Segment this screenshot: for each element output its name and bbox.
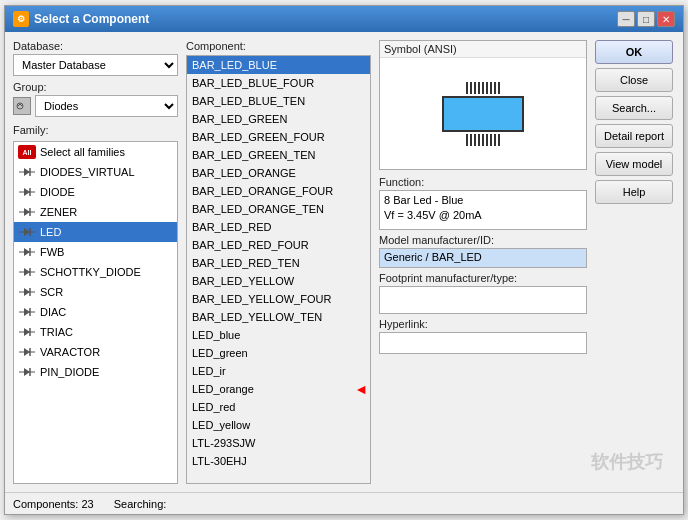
maximize-button[interactable]: □ xyxy=(637,11,655,27)
svg-marker-34 xyxy=(24,368,30,376)
function-line2: Vf = 3.45V @ 20mA xyxy=(384,208,582,223)
pin xyxy=(498,82,500,94)
title-bar: ⚙ Select a Component ─ □ ✕ xyxy=(5,6,683,32)
svg-marker-16 xyxy=(24,248,30,256)
family-item-label: PIN_DIODE xyxy=(40,366,99,378)
family-label: Family: xyxy=(13,124,178,136)
family-item-icon xyxy=(18,245,36,259)
family-list: AllSelect all families DIODES_VIRTUAL DI… xyxy=(13,141,178,484)
component-label: Component: xyxy=(186,40,371,52)
component-item[interactable]: BAR_LED_BLUE xyxy=(187,56,370,74)
hyperlink-label: Hyperlink: xyxy=(379,318,587,330)
minimize-button[interactable]: ─ xyxy=(617,11,635,27)
group-icon xyxy=(13,97,31,115)
component-item[interactable]: BAR_LED_BLUE_FOUR xyxy=(187,74,370,92)
pin xyxy=(470,134,472,146)
component-item[interactable]: BAR_LED_GREEN_FOUR xyxy=(187,128,370,146)
detail-report-button[interactable]: Detail report xyxy=(595,124,673,148)
component-item[interactable]: BAR_LED_ORANGE_TEN xyxy=(187,200,370,218)
component-item[interactable]: LED_orange◄ xyxy=(187,380,370,398)
symbol-display xyxy=(380,58,586,169)
led-pins-top xyxy=(466,82,500,94)
close-window-button[interactable]: ✕ xyxy=(657,11,675,27)
info-section: Function: 8 Bar Led - Blue Vf = 3.45V @ … xyxy=(379,176,587,354)
group-label: Group: xyxy=(13,81,178,93)
component-item[interactable]: LED_blue xyxy=(187,326,370,344)
model-box: Generic / BAR_LED xyxy=(379,248,587,268)
component-item[interactable]: BAR_LED_GREEN_TEN xyxy=(187,146,370,164)
component-item[interactable]: LTL-293SJW xyxy=(187,434,370,452)
svg-line-2 xyxy=(20,104,22,106)
family-item[interactable]: SCHOTTKY_DIODE xyxy=(14,262,177,282)
pin xyxy=(478,134,480,146)
family-item[interactable]: DIODE xyxy=(14,182,177,202)
component-item[interactable]: BAR_LED_RED_FOUR xyxy=(187,236,370,254)
svg-marker-25 xyxy=(24,308,30,316)
component-item[interactable]: BAR_LED_YELLOW_FOUR xyxy=(187,290,370,308)
family-item[interactable]: ZENER xyxy=(14,202,177,222)
group-select[interactable]: Diodes xyxy=(35,95,178,117)
family-item-label: SCHOTTKY_DIODE xyxy=(40,266,141,278)
family-item[interactable]: SCR xyxy=(14,282,177,302)
component-item[interactable]: BAR_LED_RED_TEN xyxy=(187,254,370,272)
close-button[interactable]: Close xyxy=(595,68,673,92)
led-body xyxy=(442,96,524,132)
main-window: ⚙ Select a Component ─ □ ✕ Database: Mas… xyxy=(4,5,684,515)
search-button[interactable]: Search... xyxy=(595,96,673,120)
family-item-label: VARACTOR xyxy=(40,346,100,358)
family-item-label: DIAC xyxy=(40,306,66,318)
led-bar-symbol xyxy=(442,82,524,146)
component-item[interactable]: LED_ir xyxy=(187,362,370,380)
family-item[interactable]: AllSelect all families xyxy=(14,142,177,162)
pin xyxy=(474,134,476,146)
left-panel: Database: Master Database Group: xyxy=(13,40,178,484)
model-group: Model manufacturer/ID: Generic / BAR_LED xyxy=(379,234,587,268)
component-item[interactable]: LED_red xyxy=(187,398,370,416)
function-label: Function: xyxy=(379,176,587,188)
family-item-icon xyxy=(18,345,36,359)
component-item[interactable]: BAR_LED_BLUE_TEN xyxy=(187,92,370,110)
family-item-label: TRIAC xyxy=(40,326,73,338)
component-item[interactable]: BAR_LED_ORANGE_FOUR xyxy=(187,182,370,200)
window-title: Select a Component xyxy=(34,12,149,26)
family-item-label: FWB xyxy=(40,246,64,258)
component-item[interactable]: BAR_LED_RED xyxy=(187,218,370,236)
family-item[interactable]: DIODES_VIRTUAL xyxy=(14,162,177,182)
database-select[interactable]: Master Database xyxy=(13,54,178,76)
main-content: Database: Master Database Group: xyxy=(5,32,683,492)
component-item[interactable]: LED_green xyxy=(187,344,370,362)
component-item[interactable]: BAR_LED_YELLOW_TEN xyxy=(187,308,370,326)
led-pins-bottom xyxy=(466,134,500,146)
ok-button[interactable]: OK xyxy=(595,40,673,64)
family-item[interactable]: VARACTOR xyxy=(14,342,177,362)
family-item[interactable]: LED xyxy=(14,222,177,242)
family-item[interactable]: FWB xyxy=(14,242,177,262)
window-icon: ⚙ xyxy=(13,11,29,27)
model-label: Model manufacturer/ID: xyxy=(379,234,587,246)
svg-marker-4 xyxy=(24,168,30,176)
view-model-button[interactable]: View model xyxy=(595,152,673,176)
hyperlink-group: Hyperlink: xyxy=(379,318,587,354)
component-item[interactable]: LTL-30EHJ xyxy=(187,452,370,470)
family-item[interactable]: PIN_DIODE xyxy=(14,362,177,382)
group-row: Group: Diodes xyxy=(13,81,178,117)
svg-marker-19 xyxy=(24,268,30,276)
svg-marker-31 xyxy=(24,348,30,356)
component-item[interactable]: BAR_LED_GREEN xyxy=(187,110,370,128)
pin xyxy=(498,134,500,146)
pin xyxy=(486,82,488,94)
component-list: BAR_LED_BLUEBAR_LED_BLUE_FOURBAR_LED_BLU… xyxy=(187,56,370,483)
family-item-icon xyxy=(18,365,36,379)
component-item[interactable]: BAR_LED_YELLOW xyxy=(187,272,370,290)
family-item-icon: All xyxy=(18,145,36,159)
symbol-label: Symbol (ANSI) xyxy=(380,41,586,58)
family-item[interactable]: TRIAC xyxy=(14,322,177,342)
title-controls: ─ □ ✕ xyxy=(617,11,675,27)
component-item[interactable]: LED_yellow xyxy=(187,416,370,434)
family-item[interactable]: DIAC xyxy=(14,302,177,322)
pin xyxy=(486,134,488,146)
family-item-icon xyxy=(18,165,36,179)
svg-marker-28 xyxy=(24,328,30,336)
component-item[interactable]: BAR_LED_ORANGE xyxy=(187,164,370,182)
help-button[interactable]: Help xyxy=(595,180,673,204)
